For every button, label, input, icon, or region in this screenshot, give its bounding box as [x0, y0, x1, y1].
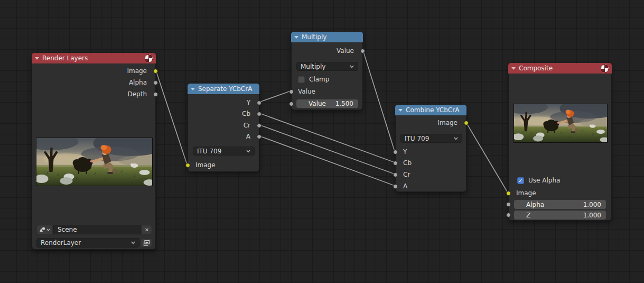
input-socket-image[interactable]: [185, 163, 190, 168]
input-socket-cb[interactable]: [393, 161, 398, 166]
color-space-value: ITU 709: [405, 135, 429, 142]
node-separate-ycbcra[interactable]: Separate YCbCrA Y Cb Cr A ITU 709 Image: [188, 84, 259, 172]
chevron-down-icon: [454, 137, 458, 140]
output-socket-y[interactable]: [257, 101, 262, 105]
node-render-layers[interactable]: Render Layers Image Alpha Depth: [32, 53, 156, 250]
input-socket-z[interactable]: [506, 213, 511, 217]
node-multiply[interactable]: Multiply Value Multiply Clamp Value Valu…: [291, 32, 363, 110]
input-socket-alpha[interactable]: [506, 202, 511, 207]
chevron-down-icon: [46, 229, 50, 231]
z-slider[interactable]: Z 1.000: [514, 211, 606, 220]
node-combine-ycbcra[interactable]: Combine YCbCrA Image ITU 709 Y Cb Cr A: [395, 105, 466, 192]
input-label-image: Image: [195, 161, 238, 169]
composite-preview-image: [514, 104, 608, 143]
blend-mode-dropdown[interactable]: Multiply: [296, 62, 358, 71]
input-label-image: Image: [516, 189, 558, 197]
node-title: Separate YCbCrA: [198, 85, 252, 93]
z-slider-value: 1.000: [583, 212, 601, 219]
scene-selector-row: Scene ✕: [36, 225, 152, 234]
output-socket-a[interactable]: [257, 134, 262, 139]
render-layers-header[interactable]: Render Layers: [32, 53, 156, 63]
output-socket-alpha[interactable]: [153, 80, 158, 85]
z-slider-label: Z: [519, 212, 530, 219]
node-composite[interactable]: Composite: [508, 63, 612, 221]
clamp-checkbox-row[interactable]: Clamp: [298, 76, 329, 83]
output-label-alpha: Alpha: [105, 78, 147, 87]
input-label-value1: Value: [298, 87, 340, 96]
output-label-image: Image: [105, 67, 147, 75]
scene-name-field[interactable]: Scene: [53, 225, 141, 234]
render-passes-button[interactable]: [141, 238, 152, 248]
node-link:separate.a->combine.a: [259, 136, 395, 186]
scene-clear-button[interactable]: ✕: [142, 225, 152, 234]
use-alpha-checkbox[interactable]: ✓: [517, 177, 524, 184]
output-label-cb: Cb: [219, 109, 250, 118]
node-link:separate.cb->combine.cb: [259, 113, 395, 162]
node-link:combine.image->composite.image: [466, 122, 508, 193]
node-title: Render Layers: [42, 54, 88, 62]
color-space-dropdown[interactable]: ITU 709: [193, 147, 255, 156]
node-title: Composite: [519, 65, 553, 72]
alpha-slider-value: 1.000: [583, 201, 601, 208]
node-editor-canvas[interactable]: Render Layers Image Alpha Depth: [0, 0, 644, 283]
output-socket-value[interactable]: [360, 49, 365, 53]
composite-header[interactable]: Composite: [508, 63, 612, 74]
blend-mode-value: Multiply: [301, 63, 325, 70]
output-socket-image[interactable]: [464, 121, 469, 125]
output-socket-image[interactable]: [153, 69, 158, 74]
output-label-cr: Cr: [219, 121, 250, 130]
node-link:render-layers.image->separate.image: [156, 70, 187, 165]
render-result-icon: [145, 54, 153, 62]
color-space-value: ITU 709: [197, 148, 221, 155]
input-label-cr: Cr: [403, 170, 435, 179]
collapse-arrow-icon[interactable]: [294, 36, 298, 39]
input-socket-cr[interactable]: [393, 172, 398, 177]
use-alpha-row[interactable]: ✓ Use Alpha: [517, 177, 560, 184]
alpha-slider[interactable]: Alpha 1.000: [514, 200, 606, 209]
node-link:separate.y->multiply.value-input-1: [259, 91, 291, 102]
input-label-y: Y: [403, 148, 435, 156]
render-layer-value: RenderLayer: [41, 239, 81, 247]
node-link:multiply.value->combine.y: [363, 50, 395, 151]
scene-browse-button[interactable]: [36, 225, 52, 234]
separate-header[interactable]: Separate YCbCrA: [188, 84, 259, 94]
multiply-header[interactable]: Multiply: [291, 32, 363, 42]
node-link:separate.cr->combine.cr: [259, 125, 395, 174]
value-slider-label: Value: [301, 100, 326, 107]
render-result-icon: [601, 65, 609, 72]
value-slider-value: 1.500: [335, 100, 353, 107]
scene-name-value: Scene: [58, 226, 77, 233]
chevron-down-icon: [350, 65, 354, 68]
clamp-checkbox[interactable]: [298, 76, 305, 83]
output-socket-depth[interactable]: [153, 92, 158, 97]
collapse-arrow-icon[interactable]: [398, 109, 403, 112]
color-space-dropdown[interactable]: ITU 709: [400, 134, 462, 143]
output-socket-cr[interactable]: [257, 123, 262, 128]
input-socket-value2[interactable]: [289, 102, 294, 106]
input-socket-y[interactable]: [393, 150, 398, 154]
collapse-arrow-icon[interactable]: [511, 67, 516, 70]
collapse-arrow-icon[interactable]: [191, 88, 195, 90]
output-label-a: A: [219, 132, 250, 141]
chevron-down-icon: [246, 150, 250, 153]
output-label-image: Image: [421, 118, 458, 127]
render-layer-row: RenderLayer: [36, 238, 152, 248]
output-socket-cb[interactable]: [257, 112, 262, 116]
input-label-a: A: [403, 182, 435, 190]
node-title: Multiply: [302, 33, 326, 41]
combine-header[interactable]: Combine YCbCrA: [395, 105, 466, 115]
input-socket-image[interactable]: [506, 191, 511, 196]
node-title: Combine YCbCrA: [406, 106, 459, 114]
collapse-arrow-icon[interactable]: [35, 57, 39, 60]
output-label-y: Y: [219, 98, 250, 107]
alpha-slider-label: Alpha: [519, 201, 544, 208]
clamp-label: Clamp: [309, 76, 329, 83]
render-layer-dropdown[interactable]: RenderLayer: [36, 238, 139, 248]
scene-icon: [39, 226, 45, 233]
input-socket-value1[interactable]: [289, 89, 294, 94]
use-alpha-label: Use Alpha: [528, 177, 560, 184]
value-slider[interactable]: Value 1.500: [296, 99, 358, 108]
render-preview-image: [36, 138, 153, 186]
output-label-depth: Depth: [105, 90, 147, 98]
input-socket-a[interactable]: [393, 184, 398, 189]
